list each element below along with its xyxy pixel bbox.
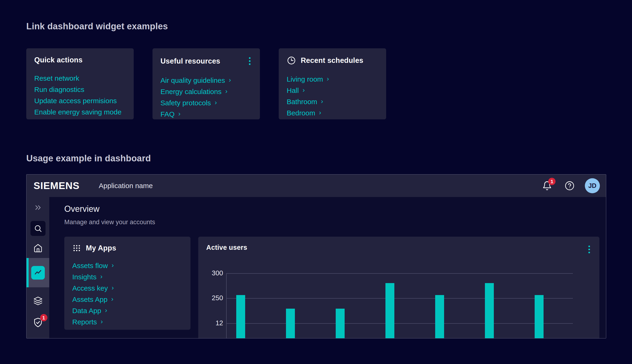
gridline bbox=[226, 298, 573, 298]
card-link-label: Run diagnostics bbox=[34, 86, 84, 93]
chevron-right-icon: › bbox=[229, 77, 231, 83]
page-subtitle: Manage and view your accounts bbox=[64, 218, 606, 226]
help-icon bbox=[565, 181, 574, 191]
sidebar-analytics-item-active[interactable] bbox=[26, 258, 49, 287]
chevron-right-icon: › bbox=[112, 262, 114, 268]
sidebar-search-button[interactable] bbox=[30, 221, 46, 236]
card-link[interactable]: Living room› bbox=[287, 76, 378, 83]
trend-chart-icon bbox=[31, 266, 45, 280]
chevron-right-icon: › bbox=[319, 109, 321, 116]
sidebar-expand-button[interactable] bbox=[34, 203, 42, 212]
chart-bar bbox=[485, 283, 494, 338]
card-link[interactable]: Insights› bbox=[72, 273, 182, 280]
help-button[interactable] bbox=[565, 181, 574, 191]
card-link[interactable]: Safety protocols› bbox=[160, 99, 252, 106]
y-axis-label: 300 bbox=[204, 269, 223, 277]
chevron-right-icon: › bbox=[303, 87, 305, 93]
card-link[interactable]: Energy calculations› bbox=[160, 88, 252, 95]
layers-icon bbox=[33, 296, 43, 306]
my-apps-links: Assets flow›Insights›Access key›Assets A… bbox=[72, 262, 182, 326]
card-link[interactable]: Air quality guidelines› bbox=[160, 77, 252, 84]
active-indicator-bar bbox=[26, 258, 28, 287]
card-link-label: Data App bbox=[72, 307, 101, 314]
useful-resources-links: Air quality guidelines›Energy calculatio… bbox=[160, 77, 252, 118]
card-link-label: Bedroom bbox=[287, 109, 315, 116]
chevron-right-icon: › bbox=[100, 273, 102, 280]
notification-badge: 1 bbox=[548, 178, 556, 185]
main-content: Overview Manage and view your accounts M… bbox=[49, 197, 606, 338]
recent-schedules-links: Living room›Hall›Bathroom›Bedroom› bbox=[287, 76, 378, 116]
card-link-label: Living room bbox=[287, 76, 323, 83]
card-link[interactable]: Access key› bbox=[72, 284, 182, 292]
card-link[interactable]: Hall› bbox=[287, 87, 378, 94]
chevron-right-icon: › bbox=[111, 296, 113, 302]
clock-icon bbox=[287, 56, 296, 65]
chart-plot: 30025012 bbox=[198, 237, 600, 338]
my-apps-title: My Apps bbox=[86, 244, 116, 252]
chevron-right-icon: › bbox=[321, 98, 323, 104]
my-apps-header: My Apps bbox=[72, 244, 182, 252]
page-title: Overview bbox=[64, 204, 606, 214]
card-link[interactable]: Bedroom› bbox=[287, 109, 378, 116]
card-link-label: Enable energy saving mode bbox=[34, 108, 122, 116]
chart-bar bbox=[286, 309, 295, 338]
card-link-label: Energy calculations bbox=[160, 88, 222, 95]
card-link[interactable]: Assets App› bbox=[72, 296, 182, 303]
chevron-right-icon: › bbox=[101, 318, 103, 325]
dashboard-body: 1 Overview Manage and view your accounts… bbox=[26, 197, 606, 338]
card-link-label: Reports bbox=[72, 318, 97, 326]
application-name: Application name bbox=[99, 182, 153, 190]
gridline bbox=[226, 323, 573, 324]
card-link-label: Assets flow bbox=[72, 262, 108, 269]
card-link-label: FAQ bbox=[160, 110, 174, 118]
card-link-label: Bathroom bbox=[287, 98, 317, 105]
card-link[interactable]: Run diagnostics bbox=[34, 86, 126, 93]
widgets-section-title: Link dashboard widget examples bbox=[26, 0, 632, 32]
card-link-label: Air quality guidelines bbox=[160, 77, 225, 84]
page: Link dashboard widget examples Quick act… bbox=[0, 0, 632, 364]
chart-bar bbox=[435, 295, 444, 338]
recent-schedules-title: Recent schedules bbox=[301, 56, 364, 65]
card-link[interactable]: Update access permisions bbox=[34, 97, 126, 104]
sidebar-security-button[interactable]: 1 bbox=[33, 317, 43, 328]
card-link[interactable]: Assets flow› bbox=[72, 262, 182, 269]
card-link[interactable]: Reset network bbox=[34, 74, 126, 82]
card-link[interactable]: Data App› bbox=[72, 307, 182, 314]
y-axis-line bbox=[226, 273, 226, 338]
chevron-right-icon: › bbox=[105, 307, 107, 314]
dashboard-example-frame: SIEMENS Application name 1 JD bbox=[26, 174, 606, 338]
card-link[interactable]: Bathroom› bbox=[287, 98, 378, 105]
kebab-menu-icon[interactable] bbox=[248, 56, 252, 66]
chevron-right-icon: › bbox=[215, 99, 217, 106]
chevron-right-icon: › bbox=[225, 88, 227, 94]
gridline bbox=[226, 273, 573, 274]
card-link[interactable]: FAQ› bbox=[160, 110, 252, 118]
card-link[interactable]: Reports› bbox=[72, 318, 182, 326]
active-users-card: Active users 30025012 bbox=[198, 237, 600, 338]
card-link-label: Hall bbox=[287, 87, 299, 94]
sidebar-home-button[interactable] bbox=[33, 244, 43, 253]
search-icon bbox=[34, 224, 42, 233]
chart-bar bbox=[336, 309, 344, 338]
sidebar: 1 bbox=[26, 197, 49, 338]
siemens-logo: SIEMENS bbox=[34, 180, 80, 192]
card-link-label: Access key bbox=[72, 284, 108, 292]
y-axis-label: 12 bbox=[204, 319, 223, 327]
chevron-right-icon: › bbox=[327, 76, 329, 82]
chart-bar bbox=[535, 295, 544, 338]
user-avatar[interactable]: JD bbox=[585, 178, 600, 193]
recent-schedules-card: Recent schedules Living room›Hall›Bathro… bbox=[279, 48, 386, 120]
sidebar-layers-button[interactable] bbox=[33, 296, 43, 306]
chevrons-right-icon bbox=[34, 203, 42, 212]
widget-cards-row: Quick actions Reset networkRun diagnosti… bbox=[26, 48, 632, 120]
notifications-button[interactable]: 1 bbox=[542, 181, 552, 191]
card-link-label: Reset network bbox=[34, 74, 79, 82]
card-link[interactable]: Enable energy saving mode bbox=[34, 108, 126, 116]
useful-resources-card: Useful resources Air quality guidelines›… bbox=[152, 48, 260, 120]
recent-schedules-header: Recent schedules bbox=[287, 56, 378, 65]
app-header: SIEMENS Application name 1 JD bbox=[26, 174, 606, 197]
card-link-label: Safety protocols bbox=[160, 99, 211, 106]
chevron-right-icon: › bbox=[112, 284, 114, 291]
quick-actions-title: Quick actions bbox=[34, 56, 82, 64]
chevron-right-icon: › bbox=[178, 110, 180, 117]
